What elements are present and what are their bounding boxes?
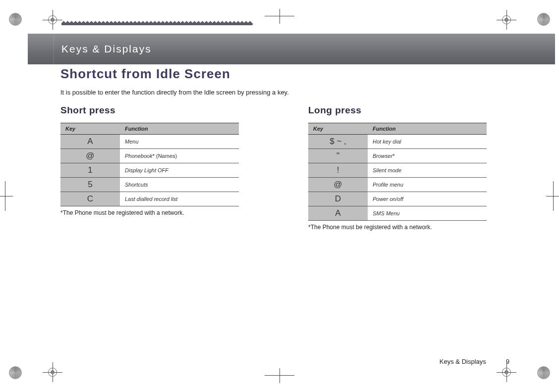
table-row: A Menu: [60, 135, 239, 149]
key-cell: @: [308, 178, 368, 192]
key-cell: ": [308, 149, 368, 163]
fn-cell: Profile menu: [368, 178, 487, 192]
short-press-table: Key Function A Menu @ Phonebook* (Names)…: [60, 123, 239, 206]
fn-cell: Menu: [120, 135, 239, 149]
table-row: C Last dialled record list: [60, 192, 239, 206]
key-cell: C: [60, 192, 120, 206]
fn-cell: Browser*: [368, 149, 487, 163]
short-press-column: Short press Key Function A Menu @ Phone: [60, 101, 269, 231]
crop-tick-icon: [0, 181, 13, 211]
crop-tick-icon: [546, 181, 559, 211]
footer-chapter: Keys & Displays: [440, 358, 486, 365]
long-press-column: Long press Key Function $ ~ , Hot key di…: [308, 101, 516, 231]
fn-cell: Silent mode: [368, 163, 487, 178]
long-press-table: Key Function $ ~ , Hot key dial " Browse…: [308, 123, 487, 221]
colorwheel-icon: [9, 13, 22, 26]
chapter-title: Keys & Displays: [61, 43, 152, 55]
key-cell: @: [60, 149, 120, 163]
table-row: " Browser*: [308, 149, 487, 163]
short-press-heading: Short press: [60, 105, 269, 116]
colorwheel-icon: [537, 366, 550, 379]
table-row: 1 Display Light OFF: [60, 163, 239, 178]
fn-cell: Display Light OFF: [120, 163, 239, 178]
key-cell: D: [308, 192, 368, 206]
ornament-diamond-row: [61, 19, 275, 25]
long-press-heading: Long press: [308, 105, 516, 116]
key-cell: A: [308, 206, 368, 221]
key-cell: $ ~ ,: [308, 135, 368, 149]
fn-cell: SMS Menu: [368, 206, 487, 221]
registration-mark-icon: [497, 10, 516, 30]
section-title: Shortcut from Idle Screen: [60, 66, 519, 82]
fn-cell: Hot key dial: [368, 135, 487, 149]
long-press-footnote: *The Phone must be registered with a net…: [308, 224, 516, 231]
table-row: 5 Shortcuts: [60, 178, 239, 192]
short-press-footnote: *The Phone must be registered with a net…: [60, 209, 269, 216]
fn-cell: Power on/off: [368, 192, 487, 206]
key-cell: !: [308, 163, 368, 178]
table-row: @ Phonebook* (Names): [60, 149, 239, 163]
table-row: A SMS Menu: [308, 206, 487, 221]
crop-tick-icon: [265, 368, 294, 383]
table-row: $ ~ , Hot key dial: [308, 135, 487, 149]
table-row: ! Silent mode: [308, 163, 487, 178]
key-cell: A: [60, 135, 120, 149]
key-cell: 1: [60, 163, 120, 178]
colorwheel-icon: [9, 366, 22, 379]
page-footer: Keys & Displays 9: [440, 358, 509, 365]
table-row: @ Profile menu: [308, 178, 487, 192]
registration-mark-icon: [497, 362, 516, 382]
key-cell: 5: [60, 178, 120, 192]
registration-mark-icon: [43, 10, 62, 30]
th-function: Function: [120, 123, 239, 135]
section-intro: It is possible to enter the function dir…: [60, 89, 519, 96]
page-content: Shortcut from Idle Screen It is possible…: [60, 66, 519, 231]
chapter-header: Keys & Displays: [28, 34, 555, 64]
colorwheel-icon: [537, 13, 550, 26]
fn-cell: Last dialled record list: [120, 192, 239, 206]
registration-mark-icon: [43, 362, 62, 382]
th-key: Key: [60, 123, 120, 135]
fn-cell: Phonebook* (Names): [120, 149, 239, 163]
page-number: 9: [506, 358, 509, 365]
th-key: Key: [308, 123, 368, 135]
fn-cell: Shortcuts: [120, 178, 239, 192]
table-row: D Power on/off: [308, 192, 487, 206]
th-function: Function: [368, 123, 487, 135]
